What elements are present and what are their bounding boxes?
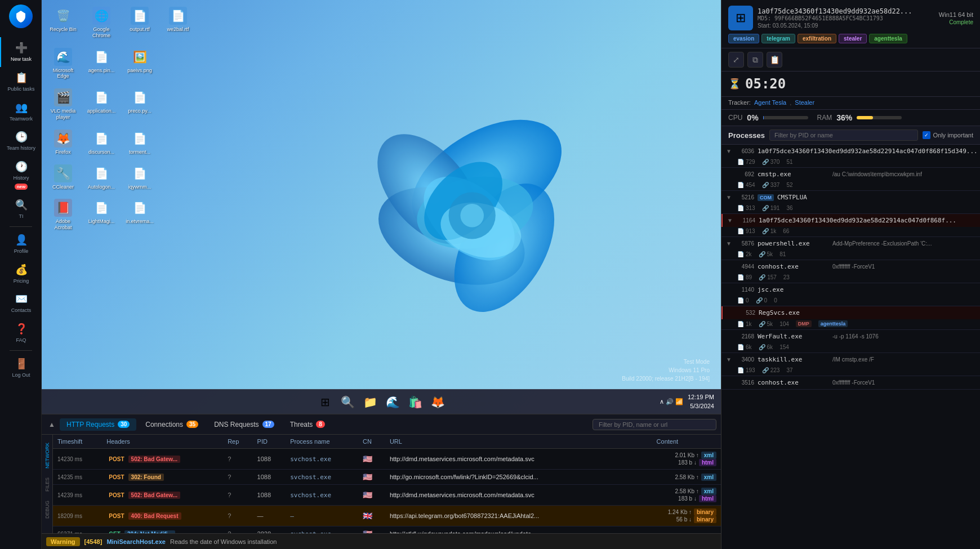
desktop-icon-chrome[interactable]: 🌐 Google Chrome <box>84 5 118 41</box>
taskbar-store-icon[interactable]: 🛍️ <box>405 392 425 412</box>
sidebar-item-new-task[interactable]: ➕ New task <box>0 37 41 67</box>
only-important-toggle[interactable]: ✓ Only important <box>923 131 973 139</box>
taskbar-firefox-icon[interactable]: 🦊 <box>427 392 448 412</box>
only-important-checkbox[interactable]: ✓ <box>923 131 930 139</box>
processes-filter-input[interactable] <box>769 130 918 141</box>
desktop-icon-ccleaner[interactable]: 🔧 CCleaner <box>46 162 80 193</box>
ti-icon: 🔍 <box>15 199 28 211</box>
table-row[interactable]: 66371 ms GET 304: Not Modifi... ? 2828 s… <box>53 526 721 534</box>
tab-filter-input[interactable] <box>593 419 716 430</box>
process-row[interactable]: ▼ 3400 taskkill.exe /IM cmstp.exe /F <box>721 353 980 366</box>
desktop-icon-autologon[interactable]: 📄 Autologon... <box>84 162 118 193</box>
sidebar-item-teamwork[interactable]: 👥 Teamwork <box>0 97 41 127</box>
sidebar-item-faq[interactable]: ❓ FAQ <box>0 318 41 348</box>
sidebar-item-pricing[interactable]: 💰 Pricing <box>0 259 41 289</box>
process-row[interactable]: ▼ 6036 1a0f75dce34360f13430ed9dd932ae58d… <box>721 145 980 158</box>
sidebar-item-logout[interactable]: 🚪 Log Out <box>0 353 41 383</box>
expand-control-btn[interactable]: ⤢ <box>728 52 744 68</box>
process-row[interactable]: 3516 conhost.exe 0xffffffff -ForceV1 <box>721 376 980 389</box>
desktop-icon-application[interactable]: 📄 application... <box>84 86 118 123</box>
side-tab-network[interactable]: NETWORK <box>43 439 51 472</box>
desktop-icon-vlc[interactable]: 🎬 VLC media player <box>46 86 80 123</box>
sidebar-item-team-history[interactable]: 🕒 Team history <box>0 126 41 156</box>
desktop-icon-we2bal[interactable]: 📄 we2bal.rtf <box>161 5 195 41</box>
tab-connections[interactable]: Connections 35 <box>139 418 205 431</box>
tag-agenttesla[interactable]: agenttesla <box>869 34 907 43</box>
taskbar-edge-icon[interactable]: 🌊 <box>382 392 403 412</box>
sidebar-item-profile[interactable]: 👤 Profile <box>0 229 41 259</box>
expand-icon[interactable]: ▼ <box>726 240 733 247</box>
tag-evasion[interactable]: evasion <box>728 34 759 43</box>
process-row[interactable]: 692 cmstp.exe /au C:\windows\temp\bmcxwk… <box>721 168 980 181</box>
resize-control-btn[interactable]: ⧉ <box>747 52 763 68</box>
process-row[interactable]: 1140 jsc.exe <box>721 283 980 296</box>
expand-icon[interactable]: ▼ <box>726 148 733 154</box>
side-tab-files[interactable]: FILES <box>43 474 51 495</box>
os-status: Complete <box>949 19 973 25</box>
desktop-icon-empty3 <box>161 127 195 158</box>
taskbar-explorer-icon[interactable]: 📁 <box>360 392 380 412</box>
process-item: 4944 conhost.exe 0xffffffff -ForceV1 📄 8… <box>721 260 980 283</box>
desktop-icon-preco[interactable]: 📄 preco.py... <box>123 86 157 123</box>
cell-rep: ? <box>223 526 252 534</box>
desktop-icon-torment[interactable]: 📄 torment... <box>123 127 157 158</box>
tag-telegram[interactable]: telegram <box>761 34 795 43</box>
cell-url: http://dmd.metaservices.microsoft.com/me… <box>385 449 614 470</box>
sidebar-item-ti[interactable]: 🔍 TI <box>0 194 41 224</box>
desktop-icon-recycle-bin[interactable]: 🗑️ Recycle Bin <box>46 5 80 41</box>
desktop-icon-output-rtf[interactable]: 📄 output.rtf <box>123 5 157 41</box>
process-item: ▼ 5216 COM CMSTPLUA 📄 313 🔗 191 36 <box>721 191 980 214</box>
tab-http-requests[interactable]: HTTP Requests 30 <box>60 418 136 431</box>
tag-exfiltration[interactable]: exfiltration <box>798 34 836 43</box>
ccleaner-icon: 🔧 <box>54 164 72 182</box>
tracker-link-stealer[interactable]: Stealer <box>795 99 814 106</box>
process-row[interactable]: ▼ 5216 COM CMSTPLUA <box>721 191 980 204</box>
process-row[interactable]: ▼ 1164 1a0f75dce34360f13430ed9dd932ae58d… <box>721 214 980 227</box>
table-row[interactable]: 14239 ms POST 502: Bad Gatew... ? 1088 s… <box>53 485 721 506</box>
process-pid: 692 <box>736 171 754 177</box>
process-row[interactable]: 2168 WerFault.exe -u -p 1164 -s 1076 <box>721 330 980 343</box>
desktop-icon-agenspin[interactable]: 📄 agens.pin... <box>84 46 118 82</box>
taskbar-start-icon[interactable]: ⊞ <box>315 392 335 412</box>
table-row[interactable]: 14230 ms POST 502: Bad Gatew... ? 1088 s… <box>53 449 721 470</box>
sidebar-item-contacts[interactable]: ✉️ Contacts <box>0 288 41 318</box>
status-badge: 400: Bad Request <box>128 512 181 520</box>
desktop-icon-iqywmm[interactable]: 📄 iqywmm... <box>123 162 157 193</box>
tab-threats[interactable]: Threats 8 <box>283 418 332 431</box>
cpu-bar <box>763 116 764 119</box>
tracker-link-agenttesla[interactable]: Agent Tesla <box>754 99 786 106</box>
sidebar-item-history[interactable]: 🕐 History new <box>0 156 41 194</box>
desktop-icon-acrobat[interactable]: 📕 Adobe Acrobat <box>46 197 80 233</box>
desktop-icon-paeivs[interactable]: 🖼️ paeivs.png <box>123 46 157 82</box>
table-row[interactable]: 18209 ms POST 400: Bad Request ? — — 🇬🇧 … <box>53 506 721 526</box>
desktop-icon-discurson[interactable]: 📄 discurson... <box>84 127 118 158</box>
copy-control-btn[interactable]: 📋 <box>767 52 782 68</box>
table-row[interactable]: 14235 ms POST 302: Found ? 1088 svchost.… <box>53 470 721 485</box>
os-label: Win11 64 bit <box>939 11 973 18</box>
taskbar-icons-tray: ∧ 🔊 📶 <box>660 398 683 405</box>
expand-icon[interactable]: ▼ <box>726 356 733 363</box>
process-stats: 📄 193 🔗 223 37 <box>721 366 980 376</box>
cell-content: 1.24 Kb ↑ binary 56 b ↓ binary <box>614 506 721 526</box>
discurson-icon: 📄 <box>92 130 110 148</box>
collapse-button[interactable]: ▲ <box>46 419 57 430</box>
desktop-icon-firefox[interactable]: 🦊 Firefox <box>46 127 80 158</box>
tab-dns-requests[interactable]: DNS Requests 17 <box>207 418 281 431</box>
desktop-icon-edge[interactable]: 🌊 Microsoft Edge <box>46 46 80 82</box>
taskbar-search-icon[interactable]: 🔍 <box>337 392 358 412</box>
process-row[interactable]: 4944 conhost.exe 0xffffffff -ForceV1 <box>721 260 980 273</box>
cell-headers: POST 302: Found <box>102 470 223 485</box>
side-tab-debug[interactable]: DEBUG <box>43 497 51 522</box>
process-row[interactable]: 532 RegSvcs.exe <box>721 306 980 319</box>
cpu-bar-container <box>763 116 808 119</box>
expand-icon[interactable]: ▼ <box>726 194 733 200</box>
history-icon: 🕐 <box>15 160 28 173</box>
tag-stealer[interactable]: stealer <box>839 34 867 43</box>
app-logo[interactable] <box>9 5 33 28</box>
firefox-icon: 🦊 <box>54 130 72 148</box>
sidebar-item-public-tasks[interactable]: 📋 Public tasks <box>0 67 41 97</box>
desktop-icon-inetvrema[interactable]: 📄 in.etvrema... <box>123 197 157 233</box>
expand-icon[interactable]: ▼ <box>727 217 734 224</box>
process-row[interactable]: ▼ 5876 powershell.exe Add-MpPreference -… <box>721 237 980 250</box>
desktop-icon-lightmagi[interactable]: 📄 LightMagi... <box>84 197 118 233</box>
